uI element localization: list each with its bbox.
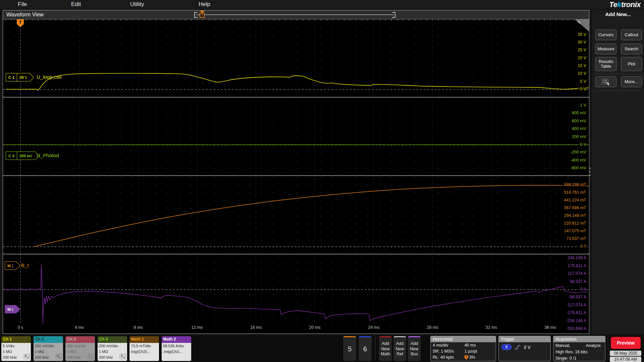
waveform-plot[interactable]: 0 s4 ms8 ms12 ms16 ms20 ms24 ms28 ms32 m…: [3, 19, 589, 334]
channel-badge-row: 200 mV/div: [99, 343, 126, 349]
channel-5-button[interactable]: 5: [343, 336, 356, 361]
record-view-scrollbar[interactable]: T: [194, 11, 395, 18]
horizontal-value: 40 ms: [465, 343, 476, 348]
channel-setting: 450 mV/div: [67, 344, 86, 348]
channel-label-c1: U_loop,coil: [37, 74, 61, 80]
channel-badge-title: Math 2: [162, 336, 191, 343]
cursors-button[interactable]: Cursors: [595, 29, 616, 40]
channel-badge-row: 200 kHzBw: [3, 355, 30, 360]
y-axis-label: -175.611 A: [565, 310, 586, 315]
channel-badge-scale: 200 mV: [17, 152, 35, 160]
search-button[interactable]: Search: [621, 44, 642, 54]
channel-badge-body: 73.5 mT/divIntg(Ch2)...: [129, 343, 159, 361]
channel-badge-row: 450 mV/div: [67, 343, 94, 349]
channel-setup-badge-ch4[interactable]: Ch 4200 mV/div1 MΩ200 kHzBw: [98, 336, 127, 361]
trigger-level: 3 V: [524, 345, 531, 350]
channel-badge-row: 73.5 mT/div: [131, 343, 158, 349]
channel-setup-badge-ch3[interactable]: Ch 3450 mV/div1 MΩ200 kHzBw: [65, 336, 95, 361]
add-new-bus-button[interactable]: Add New Bus: [408, 336, 421, 361]
trigger-panel[interactable]: Trigger 6 3 V: [498, 336, 551, 361]
channel-setup-badge-math1[interactable]: Math 173.5 mT/divIntg(Ch2)...: [129, 336, 159, 361]
channel-badge-name: M 1: [5, 262, 16, 269]
panel-splitter-grip[interactable]: [589, 168, 591, 176]
channel-badge-c4[interactable]: C 4200 mV: [6, 152, 36, 160]
menu-item-help[interactable]: Help: [199, 1, 210, 8]
acquisition-value: High Res: 16 bits: [555, 350, 587, 354]
channel-badge-row: 5 V/div: [3, 343, 30, 349]
channel-setup-badge-ch1[interactable]: Ch 15 V/div1 MΩ200 kHzBw: [1, 336, 31, 361]
y-axis-label: -117.074 A: [565, 303, 586, 307]
y-axis-label: -400 mV: [569, 158, 586, 163]
x-axis-label: 12 ms: [191, 325, 203, 330]
channel-setup-badge-math2[interactable]: Math 258.536 A/div-Intg(Ch3...: [162, 336, 191, 361]
zoom-select-icon: [601, 78, 611, 85]
channel-setting: 250 mV/div: [35, 344, 54, 348]
channel-badge-c1[interactable]: C 120 V: [6, 73, 30, 81]
time-display: 10:47:08 AM: [610, 357, 641, 362]
channel-badge-name: C 4: [6, 152, 17, 160]
acquisition-panel[interactable]: Acquisition Manual,AnalyzeHigh Res: 16 b…: [553, 336, 605, 361]
y-axis-label: 294.149 mT: [562, 213, 586, 218]
acquisition-row: Single: 0 /1: [553, 355, 605, 361]
y-axis-label: 73.537 mT: [565, 236, 586, 241]
y-axis-label: 588.298 mT: [562, 182, 586, 187]
rising-edge-icon: [514, 345, 521, 350]
channel-setting: 200 kHz: [99, 355, 113, 360]
channel-badge-body: 200 mV/div1 MΩ200 kHzBw: [98, 343, 127, 361]
trace-ch1: [6, 73, 589, 90]
y-axis-label: 175.611 A: [567, 263, 586, 268]
acquisition-values: Manual,Analyze: [555, 343, 601, 348]
zoom-select-button[interactable]: [595, 76, 616, 87]
y-axis-label: 1 V: [579, 103, 586, 108]
y-axis-label: 234.148 A: [566, 255, 586, 260]
y-axis-label: 220.612 mT: [562, 221, 586, 226]
preview-button[interactable]: Preview: [611, 337, 641, 349]
add-new-math-button[interactable]: Add New Math: [379, 336, 392, 361]
acquisition-row: Manual,Analyze: [553, 342, 605, 349]
horizontal-panel[interactable]: Horizontal 4 ms/div40 msSR: 1 MS/s1 µs/p…: [430, 336, 496, 361]
menu-item-file[interactable]: File: [18, 1, 27, 8]
more-button[interactable]: More...: [621, 76, 642, 87]
channel-badge-title: Ch 2: [34, 336, 63, 343]
channel-label-c4: U_Photod: [37, 153, 59, 158]
trigger-source-badge: 6: [501, 344, 512, 350]
channel-setting: 200 kHz: [35, 355, 49, 360]
y-axis-label: 58.537 A: [569, 279, 586, 284]
separator: [594, 74, 642, 74]
measure-button[interactable]: Measure: [595, 44, 616, 54]
waveform-view-titlebar: Waveform View T: [3, 10, 589, 19]
channel-badge-name: M 2: [5, 305, 16, 313]
menu-item-utility[interactable]: Utility: [130, 1, 144, 8]
channel-6-button[interactable]: 6: [359, 336, 372, 361]
results-table-button[interactable]: Results Table: [595, 57, 616, 71]
x-axis-label: 4 ms: [75, 325, 84, 330]
y-axis-label: 35 V: [576, 32, 586, 37]
acquisition-value: Single: 0 /1: [555, 356, 577, 361]
horizontal-value: SR: 1 MS/s: [433, 349, 465, 354]
callout-button[interactable]: Callout: [621, 29, 642, 40]
channel-badge-title: Ch 4: [98, 336, 127, 343]
channel-badge-m2[interactable]: M 2: [5, 305, 16, 313]
y-axis-label: -234.148 A: [565, 318, 586, 323]
channel-badge-m1[interactable]: M 1: [5, 261, 16, 270]
channel-setup-badge-ch2[interactable]: Ch 2250 mV/div1 MΩ200 kHzBw: [34, 336, 63, 361]
y-axis-label: 0 A: [579, 287, 586, 292]
record-trigger-position-icon[interactable]: T: [200, 11, 205, 18]
horizontal-value: 1 µs/pt: [465, 349, 477, 354]
add-new-ref-button[interactable]: Add New Ref: [393, 336, 406, 361]
menu-item-edit[interactable]: Edit: [71, 1, 81, 8]
channel-setting: 1 MΩ: [3, 350, 12, 354]
horizontal-value: RL: 40 kpts: [433, 355, 465, 360]
channel-setting: -Intg(Ch3...: [163, 350, 182, 354]
channel-label-m1: B_t: [21, 262, 29, 268]
channel-badge-name: C 1: [6, 73, 17, 81]
y-axis-label: 5 V: [579, 79, 586, 84]
acquisition-title: Acquisition: [553, 336, 605, 342]
channel-badge-body: 450 mV/div1 MΩ200 kHzBw: [65, 343, 95, 361]
waveform-view-window: Waveform View T 0 s4 ms8 ms12 ms16 ms20 …: [3, 10, 589, 334]
channel-setting: 58.536 A/div: [163, 344, 184, 348]
channel-badge-title: Ch 1: [1, 336, 31, 343]
horizontal-title: Horizontal: [431, 336, 496, 342]
plot-button[interactable]: Plot: [621, 57, 642, 71]
y-axis-label: 514.761 mT: [562, 190, 586, 195]
